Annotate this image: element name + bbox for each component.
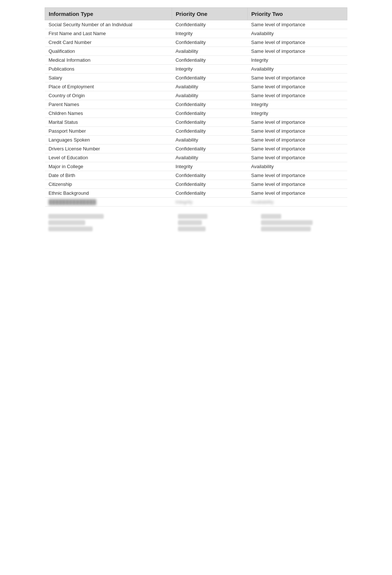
cell-p1-2: Confidentiality <box>172 38 247 47</box>
cell-info-2: Credit Card Number <box>45 38 172 47</box>
cell-info-8: Country of Origin <box>45 91 172 100</box>
cell-p1-19: Confidentiality <box>172 189 247 198</box>
cell-info-18: Citizenship <box>45 180 172 189</box>
table-row: QualificationAvailabilitySame level of i… <box>45 47 347 56</box>
header-information-type: Information Type <box>45 8 172 20</box>
table-row: Level of EducationAvailabilitySame level… <box>45 153 347 162</box>
table-row: Medical InformationConfidentialityIntegr… <box>45 56 347 65</box>
table-row: Passport NumberConfidentialitySame level… <box>45 127 347 136</box>
cell-info-10: Children Names <box>45 109 172 118</box>
cell-p1-15: Availability <box>172 153 247 162</box>
cell-p2-16: Availability <box>247 162 347 171</box>
footer-col-1 <box>45 214 159 231</box>
footer-blur-3b <box>261 220 313 225</box>
cell-info-4: Medical Information <box>45 56 172 65</box>
cell-info-11: Marital Status <box>45 118 172 127</box>
cell-p2-20: Availability <box>247 198 347 207</box>
cell-p1-4: Confidentiality <box>172 56 247 65</box>
cell-p1-20: Integrity <box>172 198 247 207</box>
table-row: Languages SpokenAvailabilitySame level o… <box>45 136 347 144</box>
table-row: Marital StatusConfidentialitySame level … <box>45 118 347 127</box>
footer-blur-2b <box>178 220 202 225</box>
table-row: ██████████████IntegrityAvailability <box>45 198 347 207</box>
table-row: PublicationsIntegrityAvailability <box>45 65 347 74</box>
data-table: Information Type Priority One Priority T… <box>45 7 347 207</box>
table-row: Parent NamesConfidentialityIntegrity <box>45 100 347 109</box>
header-priority-two: Priority Two <box>247 8 347 20</box>
table-row: Country of OriginAvailabilitySame level … <box>45 91 347 100</box>
footer-section <box>45 214 347 231</box>
footer-blur-3a <box>261 214 281 219</box>
cell-info-1: First Name and Last Name <box>45 29 172 38</box>
footer-col-2 <box>174 214 243 231</box>
cell-p1-11: Confidentiality <box>172 118 247 127</box>
footer-blur-2c <box>178 227 206 231</box>
cell-p1-10: Confidentiality <box>172 109 247 118</box>
cell-p1-18: Confidentiality <box>172 180 247 189</box>
cell-info-20: ██████████████ <box>45 198 172 207</box>
cell-p2-15: Same level of importance <box>247 153 347 162</box>
table-row: Place of EmploymentAvailabilitySame leve… <box>45 82 347 91</box>
cell-p2-13: Same level of importance <box>247 136 347 144</box>
cell-info-17: Date of Birth <box>45 171 172 180</box>
main-table-container: Information Type Priority One Priority T… <box>45 7 347 231</box>
cell-p2-8: Same level of importance <box>247 91 347 100</box>
cell-p2-0: Same level of importance <box>247 20 347 29</box>
table-row: Ethnic BackgroundConfidentialitySame lev… <box>45 189 347 198</box>
cell-p2-6: Same level of importance <box>247 74 347 82</box>
footer-col-3 <box>257 214 347 231</box>
cell-info-3: Qualification <box>45 47 172 56</box>
footer-blur-1c <box>48 227 93 231</box>
cell-info-0: Social Security Number of an Individual <box>45 20 172 29</box>
cell-p2-2: Same level of importance <box>247 38 347 47</box>
cell-p1-12: Confidentiality <box>172 127 247 136</box>
cell-p1-14: Confidentiality <box>172 144 247 153</box>
cell-p1-0: Confidentiality <box>172 20 247 29</box>
cell-info-14: Drivers License Number <box>45 144 172 153</box>
cell-p2-5: Availability <box>247 65 347 74</box>
cell-info-12: Passport Number <box>45 127 172 136</box>
cell-p2-4: Integrity <box>247 56 347 65</box>
cell-info-9: Parent Names <box>45 100 172 109</box>
cell-p2-17: Same level of importance <box>247 171 347 180</box>
cell-p2-10: Integrity <box>247 109 347 118</box>
cell-p1-3: Availability <box>172 47 247 56</box>
table-row: Children NamesConfidentialityIntegrity <box>45 109 347 118</box>
cell-info-16: Major in College <box>45 162 172 171</box>
footer-blur-1a <box>48 214 104 219</box>
cell-info-19: Ethnic Background <box>45 189 172 198</box>
cell-p1-9: Confidentiality <box>172 100 247 109</box>
cell-p2-18: Same level of importance <box>247 180 347 189</box>
table-row: SalaryConfidentialitySame level of impor… <box>45 74 347 82</box>
cell-p1-6: Confidentiality <box>172 74 247 82</box>
cell-info-15: Level of Education <box>45 153 172 162</box>
table-row: First Name and Last NameIntegrityAvailab… <box>45 29 347 38</box>
cell-p2-1: Availability <box>247 29 347 38</box>
cell-p1-1: Integrity <box>172 29 247 38</box>
cell-p2-19: Same level of importance <box>247 189 347 198</box>
cell-p2-14: Same level of importance <box>247 144 347 153</box>
cell-p1-8: Availability <box>172 91 247 100</box>
footer-blur-3c <box>261 227 311 231</box>
table-row: Drivers License NumberConfidentialitySam… <box>45 144 347 153</box>
cell-info-7: Place of Employment <box>45 82 172 91</box>
footer-blur-1b <box>48 220 85 225</box>
cell-info-6: Salary <box>45 74 172 82</box>
cell-p1-17: Confidentiality <box>172 171 247 180</box>
table-row: Social Security Number of an IndividualC… <box>45 20 347 29</box>
table-header-row: Information Type Priority One Priority T… <box>45 8 347 20</box>
cell-p2-7: Same level of importance <box>247 82 347 91</box>
cell-p1-13: Availability <box>172 136 247 144</box>
cell-info-5: Publications <box>45 65 172 74</box>
cell-p2-11: Same level of importance <box>247 118 347 127</box>
cell-p1-7: Availability <box>172 82 247 91</box>
cell-p2-12: Same level of importance <box>247 127 347 136</box>
table-row: Major in CollegeIntegrityAvailability <box>45 162 347 171</box>
cell-info-13: Languages Spoken <box>45 136 172 144</box>
cell-p1-5: Integrity <box>172 65 247 74</box>
table-row: CitizenshipConfidentialitySame level of … <box>45 180 347 189</box>
cell-p2-9: Integrity <box>247 100 347 109</box>
footer-blur-2a <box>178 214 207 219</box>
cell-p2-3: Same level of importance <box>247 47 347 56</box>
cell-p1-16: Integrity <box>172 162 247 171</box>
